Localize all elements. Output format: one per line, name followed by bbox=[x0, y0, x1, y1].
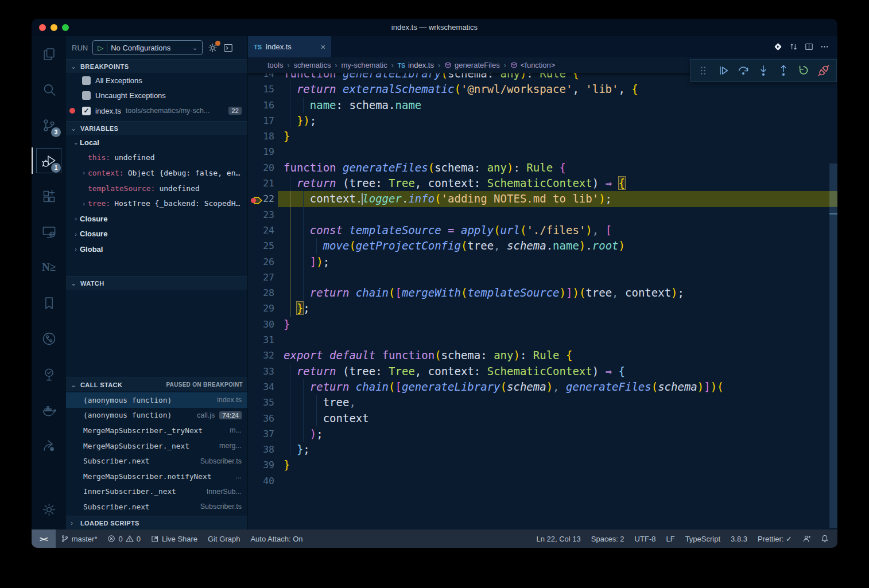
breakpoint-checkbox[interactable]: ✓ bbox=[82, 107, 91, 115]
line-number[interactable]: 29 bbox=[248, 301, 274, 316]
debug-console-button[interactable] bbox=[223, 42, 234, 53]
activity-search-icon[interactable] bbox=[32, 72, 66, 107]
breadcrumb-item-my-schematic[interactable]: my-schematic bbox=[342, 61, 387, 69]
variables-scope-closure[interactable]: ›Closure bbox=[66, 211, 247, 227]
code-line-15[interactable]: 15 return externalSchematic('@nrwl/works… bbox=[248, 81, 837, 97]
variables-scope-closure[interactable]: ›Closure bbox=[66, 227, 247, 242]
status-cursor-position[interactable]: Ln 22, Col 13 bbox=[531, 529, 585, 548]
activity-extensions-icon[interactable] bbox=[32, 178, 66, 214]
line-number[interactable]: 20 bbox=[248, 160, 274, 176]
code-line-18[interactable]: 18} bbox=[248, 128, 837, 144]
status-encoding[interactable]: UTF-8 bbox=[630, 529, 661, 548]
code-line-26[interactable]: 26 ]); bbox=[248, 254, 837, 270]
status-notifications[interactable] bbox=[816, 529, 834, 548]
code-line-35[interactable]: 35 tree, bbox=[248, 395, 837, 410]
line-number[interactable]: 27 bbox=[248, 270, 274, 285]
status-indentation[interactable]: Spaces: 2 bbox=[586, 529, 630, 548]
line-number[interactable]: 17 bbox=[248, 113, 274, 128]
status-prettier[interactable]: Prettier: ✓ bbox=[752, 529, 797, 548]
stack-frame-row[interactable]: MergeMapSubscriber._nextmerg... bbox=[66, 438, 247, 454]
step-into-button[interactable] bbox=[755, 62, 772, 79]
disconnect-button[interactable] bbox=[815, 62, 832, 79]
status-branch[interactable]: master* bbox=[56, 529, 103, 548]
line-number[interactable]: 39 bbox=[248, 457, 274, 473]
code-line-19[interactable]: 19 bbox=[248, 144, 837, 159]
step-out-button[interactable] bbox=[775, 62, 792, 79]
line-number[interactable]: 15 bbox=[248, 81, 274, 97]
watch-section-header[interactable]: ⌄ WATCH bbox=[66, 276, 247, 290]
code-line-37[interactable]: 37 ); bbox=[248, 426, 837, 442]
stack-frame-row[interactable]: MergeMapSubscriber.notifyNext... bbox=[66, 469, 247, 484]
breadcrumb-item-index-ts[interactable]: TSindex.ts bbox=[398, 61, 434, 69]
breakpoint-row[interactable]: All Exceptions bbox=[66, 73, 247, 88]
activity-live-share-icon[interactable] bbox=[32, 427, 66, 463]
format-document-icon[interactable] bbox=[773, 42, 783, 52]
code-line-17[interactable]: 17 }); bbox=[248, 113, 837, 128]
variables-section-header[interactable]: ⌄ VARIABLES bbox=[66, 121, 247, 135]
status-auto-attach[interactable]: Auto Attach: On bbox=[245, 529, 308, 548]
breakpoint-checkbox[interactable] bbox=[82, 76, 91, 85]
code-line-24[interactable]: 24 const templateSource = apply(url('./f… bbox=[248, 223, 837, 238]
code-line-36[interactable]: 36 context bbox=[248, 411, 837, 426]
variable-row-templateSource[interactable]: templateSource:undefined bbox=[66, 181, 247, 196]
status-remote[interactable]: >< bbox=[32, 529, 56, 548]
split-editor-icon[interactable] bbox=[804, 42, 814, 52]
breakpoints-section-header[interactable]: ⌄ BREAKPOINTS bbox=[66, 59, 247, 73]
variable-row-this[interactable]: this:undefined bbox=[66, 150, 247, 166]
line-number[interactable]: 31 bbox=[248, 332, 274, 348]
status-ts-version[interactable]: 3.8.3 bbox=[726, 529, 752, 548]
call-stack-section-header[interactable]: ⌄ CALL STACK PAUSED ON BREAKPOINT bbox=[66, 377, 247, 391]
variable-row-tree[interactable]: ›tree:HostTree {_backend: ScopedH… bbox=[66, 196, 247, 211]
breadcrumb-item--function-[interactable]: <function> bbox=[510, 61, 556, 69]
title-bar[interactable]: index.ts — wrkschematics bbox=[32, 19, 837, 36]
more-actions-icon[interactable] bbox=[820, 42, 829, 52]
line-number[interactable]: 26 bbox=[248, 254, 274, 270]
restart-button[interactable] bbox=[795, 62, 812, 79]
activity-remote-explorer-icon[interactable] bbox=[32, 214, 66, 250]
start-debugging-icon[interactable]: ▷ bbox=[98, 44, 103, 52]
code-line-27[interactable]: 27 bbox=[248, 270, 837, 285]
stack-frame-row[interactable]: (anonymous function)call.js74:24 bbox=[66, 408, 247, 423]
code-editor[interactable]: 14function generateLibrary(schema: any):… bbox=[248, 73, 837, 529]
activity-test-explorer-icon[interactable] bbox=[32, 356, 66, 392]
line-number[interactable]: 23 bbox=[248, 207, 274, 223]
status-language[interactable]: TypeScript bbox=[680, 529, 726, 548]
toggle-changes-icon[interactable] bbox=[789, 42, 798, 52]
status-eol[interactable]: LF bbox=[661, 529, 680, 548]
breakpoint-row[interactable]: Uncaught Exceptions bbox=[66, 88, 247, 104]
line-number[interactable]: 25 bbox=[248, 238, 274, 254]
code-line-21[interactable]: 21 return (tree: Tree, context: Schemati… bbox=[248, 176, 837, 191]
code-line-28[interactable]: 28 return chain([mergeWith(templateSourc… bbox=[248, 285, 837, 301]
code-line-34[interactable]: 34 return chain([generateLibrary(schema)… bbox=[248, 379, 837, 395]
tab-index-ts[interactable]: TS index.ts × bbox=[248, 36, 331, 57]
close-tab-icon[interactable]: × bbox=[321, 42, 325, 52]
breadcrumb-item-schematics[interactable]: schematics bbox=[293, 61, 331, 69]
code-line-25[interactable]: 25 move(getProjectConfig(tree, schema.na… bbox=[248, 238, 837, 254]
breadcrumb-item-generatefiles[interactable]: generateFiles bbox=[444, 61, 500, 69]
line-number[interactable]: 36 bbox=[248, 411, 274, 426]
line-number[interactable]: 24 bbox=[248, 223, 274, 238]
continue-button[interactable] bbox=[715, 62, 732, 79]
activity-run-and-debug-icon[interactable]: 1 bbox=[32, 143, 66, 178]
stack-frame-row[interactable]: Subscriber.nextSubscriber.ts bbox=[66, 499, 247, 515]
code-line-23[interactable]: 23 bbox=[248, 207, 837, 223]
code-line-39[interactable]: 39} bbox=[248, 457, 837, 473]
line-number[interactable]: 16 bbox=[248, 98, 274, 113]
line-number[interactable]: 37 bbox=[248, 426, 274, 442]
breakpoint-checkbox[interactable] bbox=[82, 91, 91, 100]
activity-source-control-icon[interactable]: 3 bbox=[32, 107, 66, 143]
code-line-30[interactable]: 30} bbox=[248, 317, 837, 332]
configure-gear-button[interactable] bbox=[207, 42, 218, 53]
line-number[interactable]: 28 bbox=[248, 285, 274, 301]
line-number[interactable]: 30 bbox=[248, 317, 274, 332]
line-number[interactable]: 19 bbox=[248, 144, 274, 159]
status-feedback[interactable] bbox=[797, 529, 816, 548]
breakpoint-row[interactable]: ✓index.tstools/schematics/my-sch...22 bbox=[66, 103, 247, 119]
editor-scrollbar[interactable] bbox=[829, 163, 837, 528]
step-over-button[interactable] bbox=[735, 62, 752, 79]
code-line-20[interactable]: 20function generateFiles(schema: any): R… bbox=[248, 160, 837, 176]
code-line-38[interactable]: 38 }; bbox=[248, 442, 837, 457]
activity-git-history-icon[interactable] bbox=[32, 321, 66, 356]
stack-frame-row[interactable]: MergeMapSubscriber._tryNextm... bbox=[66, 423, 247, 438]
drag-grip-button[interactable] bbox=[695, 62, 712, 79]
